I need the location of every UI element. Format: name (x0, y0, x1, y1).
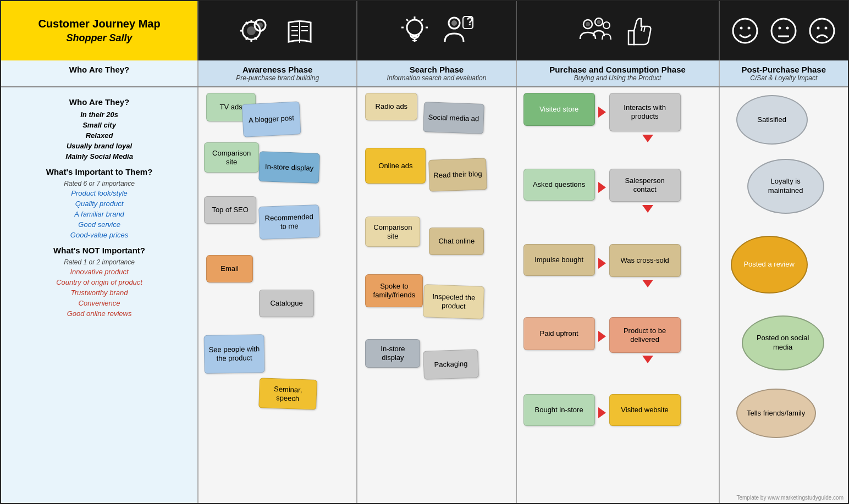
svg-point-42 (817, 27, 820, 30)
who-item-5: Mainly Social Media (9, 151, 190, 162)
brain-gear-icon (239, 14, 272, 47)
page-container: Customer Journey Map Shopper Sally (0, 0, 849, 504)
left-info-panel: Who Are They? In their 20s Small city Re… (1, 87, 199, 503)
comparison-site-search-sticky: Comparison site (365, 217, 420, 247)
phase-headers: Who Are They? Awareness Phase Pre-purcha… (1, 60, 848, 87)
interacts-products-sticky: Interacts with products (609, 93, 681, 131)
visited-store-sticky: Visited store (523, 93, 595, 126)
chat-online-sticky: Chat online (429, 228, 484, 255)
read-blog-sticky: Read their blog (428, 158, 487, 192)
important-item-2: Quality product (9, 198, 190, 209)
not-important-sub: Rated 1 or 2 importance (9, 258, 190, 267)
arrow-down-1 (642, 135, 653, 142)
map-title: Customer Journey Map (38, 18, 160, 30)
purchase-title: Purchase and Consumption Phase (523, 65, 712, 74)
who-item-4: Usually brand loyal (9, 141, 190, 151)
not-important-section-title: What's NOT Important? (9, 246, 190, 255)
satisfied-circle: Satisified (736, 95, 808, 145)
social-media-ad-sticky: Social media ad (423, 102, 484, 134)
seminar-sticky: Seminar, speech (258, 378, 317, 410)
who-header: Who Are They? (1, 60, 199, 86)
purchase-panel: Visited store Interacts with products As… (517, 87, 720, 503)
who-title: Who Are They? (8, 65, 191, 74)
svg-point-28 (586, 22, 590, 26)
important-item-3: A familiar brand (9, 209, 190, 219)
map-subtitle: Shopper Sally (67, 32, 133, 44)
not-important-item-4: Convenience (9, 298, 190, 308)
svg-point-30 (597, 20, 601, 24)
book-icon (283, 14, 316, 47)
email-sticky: Email (206, 255, 253, 283)
online-ads-sticky: Online ads (365, 148, 426, 184)
svg-point-36 (748, 27, 751, 30)
not-important-item-3: Trustworthy brand (9, 287, 190, 298)
svg-point-34 (733, 19, 757, 43)
watermark-text: Template by www.marketingstudyguide.com (736, 495, 844, 501)
main-content: Who Are They? In their 20s Small city Re… (1, 87, 848, 503)
svg-line-33 (644, 26, 645, 32)
posted-social-media-circle: Posted on social media (742, 315, 824, 370)
see-people-sticky: See people with the product (204, 334, 265, 374)
awareness-title: Awareness Phase (205, 65, 350, 74)
bought-instore-sticky: Bought in-store (523, 394, 595, 426)
paid-upfront-sticky: Paid upfront (523, 317, 595, 350)
svg-point-24 (451, 20, 457, 26)
loyalty-maintained-circle: Loyalty is maintained (747, 159, 824, 214)
lightbulb-icon (398, 14, 431, 47)
sad-face-icon (808, 17, 836, 45)
svg-line-21 (421, 19, 423, 21)
search-panel: Radio ads Social media ad Online ads Rea… (357, 87, 516, 503)
svg-point-37 (771, 19, 796, 43)
was-crosssold-sticky: Was cross-sold (609, 244, 681, 277)
arrow-down-4 (642, 356, 653, 363)
svg-point-35 (740, 27, 743, 30)
important-item-4: Good service (9, 219, 190, 230)
awareness-panel: TV ads A blogger post Comparison site In… (199, 87, 357, 503)
salesperson-contact-sticky: Salesperson contact (609, 169, 681, 202)
spoke-family-sticky: Spoke to family/friends (365, 274, 423, 307)
happy-face-icon (731, 17, 759, 45)
important-sub: Rated 6 or 7 importance (9, 179, 190, 188)
comparison-site-sticky: Comparison site (204, 142, 259, 173)
arrow-to-paid (598, 331, 606, 342)
arrow-down-2 (642, 205, 653, 213)
arrow-to-impulse (598, 258, 606, 269)
thumbsup-icon (623, 14, 656, 47)
asked-questions-sticky: Asked questions (523, 169, 595, 201)
arrow-down-3 (642, 280, 653, 287)
product-delivered-sticky: Product to be delivered (609, 317, 681, 353)
postpurchase-icons (720, 1, 848, 60)
svg-point-3 (257, 23, 263, 28)
person-question-icon: ? (442, 14, 475, 47)
purchase-sub: Buying and Using the Product (523, 74, 712, 82)
posted-review-circle: Posted a review (731, 236, 808, 293)
search-icons: ? (357, 1, 516, 60)
svg-line-20 (406, 19, 408, 21)
arrow-to-visited-website (598, 407, 606, 418)
not-important-item-5: Good online reviews (9, 308, 190, 319)
radio-ads-sticky: Radio ads (365, 93, 417, 120)
who-item-2: Small city (9, 120, 190, 130)
who-section-title: Who Are They? (9, 97, 190, 107)
arrow-visited-store (598, 107, 606, 118)
top-seo-sticky: Top of SEO (204, 196, 256, 224)
postpurchase-title: Post-Purchase Phase (726, 65, 841, 74)
svg-point-14 (407, 20, 422, 35)
who-item-1: In their 20s (9, 109, 190, 120)
tells-friends-circle: Tells friends/family (736, 389, 816, 438)
awareness-sub: Pre-purchase brand building (205, 74, 350, 82)
postpurchase-sub: C/Sat & Loyalty Impact (726, 74, 841, 82)
group-icon (579, 14, 612, 47)
header-row: Customer Journey Map Shopper Sally (1, 1, 848, 60)
awareness-icons (199, 1, 357, 60)
search-title: Search Phase (364, 65, 509, 74)
who-item-3: Relaxed (9, 130, 190, 141)
purchase-header: Purchase and Consumption Phase Buying an… (517, 60, 720, 86)
visited-website-sticky: Visited website (609, 394, 681, 426)
awareness-header: Awareness Phase Pre-purchase brand build… (199, 60, 357, 86)
important-section-title: What's Important to Them? (9, 167, 190, 176)
packaging-sticky: Packaging (423, 349, 479, 379)
svg-point-31 (603, 22, 610, 29)
svg-point-38 (779, 27, 781, 30)
arrow-to-asked (598, 182, 606, 193)
